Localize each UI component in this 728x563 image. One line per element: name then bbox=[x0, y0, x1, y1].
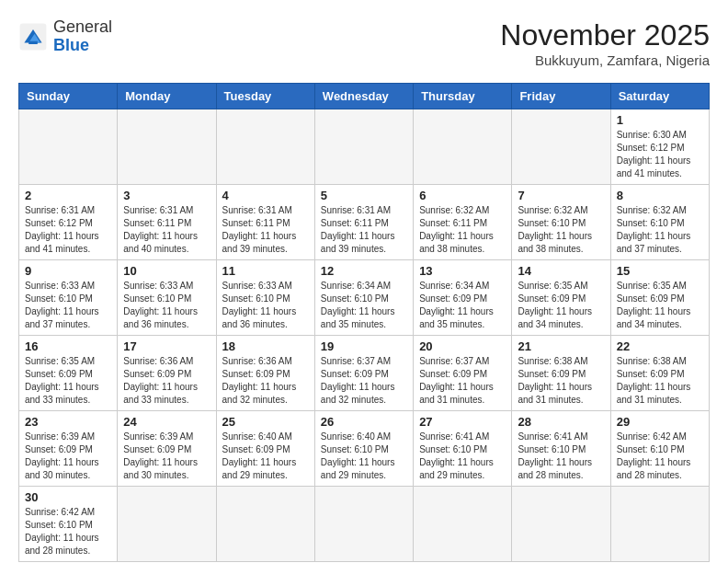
calendar-day: 9Sunrise: 6:33 AM Sunset: 6:10 PM Daylig… bbox=[19, 260, 118, 336]
weekday-header-row: Sunday Monday Tuesday Wednesday Thursday… bbox=[19, 84, 710, 109]
header-thursday: Thursday bbox=[414, 84, 512, 109]
day-info: Sunrise: 6:40 AM Sunset: 6:10 PM Dayligh… bbox=[321, 431, 407, 482]
day-number: 18 bbox=[222, 339, 309, 353]
calendar-day: 5Sunrise: 6:31 AM Sunset: 6:11 PM Daylig… bbox=[314, 185, 413, 260]
calendar-day bbox=[314, 487, 413, 562]
calendar-week-row: 9Sunrise: 6:33 AM Sunset: 6:10 PM Daylig… bbox=[19, 260, 710, 336]
calendar-day: 1Sunrise: 6:30 AM Sunset: 6:12 PM Daylig… bbox=[610, 109, 709, 185]
day-info: Sunrise: 6:30 AM Sunset: 6:12 PM Dayligh… bbox=[617, 129, 703, 180]
calendar-day: 17Sunrise: 6:36 AM Sunset: 6:09 PM Dayli… bbox=[118, 336, 216, 411]
day-number: 26 bbox=[321, 415, 407, 429]
day-info: Sunrise: 6:32 AM Sunset: 6:10 PM Dayligh… bbox=[617, 204, 703, 256]
day-info: Sunrise: 6:31 AM Sunset: 6:11 PM Dayligh… bbox=[123, 204, 210, 256]
calendar-day: 14Sunrise: 6:35 AM Sunset: 6:09 PM Dayli… bbox=[512, 260, 610, 336]
day-number: 11 bbox=[222, 264, 309, 278]
day-number: 2 bbox=[25, 189, 111, 202]
day-number: 12 bbox=[321, 264, 407, 278]
logo-blue: Blue bbox=[53, 36, 89, 54]
calendar-week-row: 30Sunrise: 6:42 AM Sunset: 6:10 PM Dayli… bbox=[19, 487, 710, 562]
header-saturday: Saturday bbox=[610, 84, 709, 109]
calendar-day bbox=[19, 109, 118, 185]
day-info: Sunrise: 6:31 AM Sunset: 6:11 PM Dayligh… bbox=[321, 204, 407, 256]
day-info: Sunrise: 6:36 AM Sunset: 6:09 PM Dayligh… bbox=[123, 355, 210, 407]
calendar-day bbox=[414, 109, 512, 185]
day-info: Sunrise: 6:33 AM Sunset: 6:10 PM Dayligh… bbox=[123, 280, 210, 331]
calendar-week-row: 2Sunrise: 6:31 AM Sunset: 6:12 PM Daylig… bbox=[19, 185, 710, 260]
page-header: General Blue November 2025 Bukkuyum, Zam… bbox=[18, 18, 710, 68]
day-number: 16 bbox=[25, 339, 111, 353]
logo-general: General bbox=[53, 17, 112, 36]
day-number: 14 bbox=[518, 264, 604, 278]
header-friday: Friday bbox=[512, 84, 610, 109]
calendar-day: 26Sunrise: 6:40 AM Sunset: 6:10 PM Dayli… bbox=[314, 411, 413, 487]
header-tuesday: Tuesday bbox=[216, 84, 314, 109]
calendar-day bbox=[314, 109, 413, 185]
calendar-day: 16Sunrise: 6:35 AM Sunset: 6:09 PM Dayli… bbox=[19, 336, 118, 411]
calendar-week-row: 16Sunrise: 6:35 AM Sunset: 6:09 PM Dayli… bbox=[19, 336, 710, 411]
day-info: Sunrise: 6:33 AM Sunset: 6:10 PM Dayligh… bbox=[25, 280, 111, 331]
day-number: 20 bbox=[419, 339, 506, 353]
calendar-day bbox=[512, 487, 610, 562]
svg-rect-3 bbox=[28, 41, 38, 44]
day-number: 28 bbox=[518, 415, 604, 429]
calendar-day: 8Sunrise: 6:32 AM Sunset: 6:10 PM Daylig… bbox=[610, 185, 709, 260]
calendar-day bbox=[216, 487, 314, 562]
calendar-day: 23Sunrise: 6:39 AM Sunset: 6:09 PM Dayli… bbox=[19, 411, 118, 487]
day-info: Sunrise: 6:33 AM Sunset: 6:10 PM Dayligh… bbox=[222, 280, 309, 331]
logo: General Blue bbox=[18, 18, 112, 55]
location: Bukkuyum, Zamfara, Nigeria bbox=[500, 52, 710, 68]
day-info: Sunrise: 6:37 AM Sunset: 6:09 PM Dayligh… bbox=[321, 355, 407, 407]
day-info: Sunrise: 6:40 AM Sunset: 6:09 PM Dayligh… bbox=[222, 431, 309, 482]
calendar-day: 18Sunrise: 6:36 AM Sunset: 6:09 PM Dayli… bbox=[216, 336, 314, 411]
calendar-day: 30Sunrise: 6:42 AM Sunset: 6:10 PM Dayli… bbox=[19, 487, 118, 562]
calendar-day bbox=[118, 109, 216, 185]
calendar-day: 25Sunrise: 6:40 AM Sunset: 6:09 PM Dayli… bbox=[216, 411, 314, 487]
day-info: Sunrise: 6:38 AM Sunset: 6:09 PM Dayligh… bbox=[518, 355, 604, 407]
day-number: 3 bbox=[123, 189, 210, 202]
day-number: 5 bbox=[321, 189, 407, 202]
day-info: Sunrise: 6:39 AM Sunset: 6:09 PM Dayligh… bbox=[123, 431, 210, 482]
day-info: Sunrise: 6:32 AM Sunset: 6:10 PM Dayligh… bbox=[518, 204, 604, 256]
logo-icon bbox=[18, 22, 48, 52]
day-info: Sunrise: 6:31 AM Sunset: 6:12 PM Dayligh… bbox=[25, 204, 111, 256]
day-info: Sunrise: 6:41 AM Sunset: 6:10 PM Dayligh… bbox=[419, 431, 506, 482]
day-info: Sunrise: 6:35 AM Sunset: 6:09 PM Dayligh… bbox=[617, 280, 703, 331]
day-info: Sunrise: 6:37 AM Sunset: 6:09 PM Dayligh… bbox=[419, 355, 506, 407]
calendar-day bbox=[414, 487, 512, 562]
day-number: 7 bbox=[518, 189, 604, 202]
day-info: Sunrise: 6:42 AM Sunset: 6:10 PM Dayligh… bbox=[25, 506, 111, 557]
calendar-day: 7Sunrise: 6:32 AM Sunset: 6:10 PM Daylig… bbox=[512, 185, 610, 260]
calendar-day: 22Sunrise: 6:38 AM Sunset: 6:09 PM Dayli… bbox=[610, 336, 709, 411]
calendar-day bbox=[512, 109, 610, 185]
day-info: Sunrise: 6:38 AM Sunset: 6:09 PM Dayligh… bbox=[617, 355, 703, 407]
day-info: Sunrise: 6:32 AM Sunset: 6:11 PM Dayligh… bbox=[419, 204, 506, 256]
day-info: Sunrise: 6:36 AM Sunset: 6:09 PM Dayligh… bbox=[222, 355, 309, 407]
day-number: 6 bbox=[419, 189, 506, 202]
calendar-week-row: 1Sunrise: 6:30 AM Sunset: 6:12 PM Daylig… bbox=[19, 109, 710, 185]
header-wednesday: Wednesday bbox=[314, 84, 413, 109]
day-info: Sunrise: 6:35 AM Sunset: 6:09 PM Dayligh… bbox=[518, 280, 604, 331]
day-info: Sunrise: 6:41 AM Sunset: 6:10 PM Dayligh… bbox=[518, 431, 604, 482]
calendar-day: 20Sunrise: 6:37 AM Sunset: 6:09 PM Dayli… bbox=[414, 336, 512, 411]
day-number: 15 bbox=[617, 264, 703, 278]
calendar-week-row: 23Sunrise: 6:39 AM Sunset: 6:09 PM Dayli… bbox=[19, 411, 710, 487]
day-number: 22 bbox=[617, 339, 703, 353]
calendar-day bbox=[216, 109, 314, 185]
header-monday: Monday bbox=[118, 84, 216, 109]
day-number: 24 bbox=[123, 415, 210, 429]
day-number: 21 bbox=[518, 339, 604, 353]
day-number: 9 bbox=[25, 264, 111, 278]
calendar-day: 3Sunrise: 6:31 AM Sunset: 6:11 PM Daylig… bbox=[118, 185, 216, 260]
day-number: 23 bbox=[25, 415, 111, 429]
calendar: Sunday Monday Tuesday Wednesday Thursday… bbox=[18, 83, 710, 562]
day-number: 30 bbox=[25, 490, 111, 504]
month-title: November 2025 bbox=[500, 18, 710, 52]
day-number: 8 bbox=[617, 189, 703, 202]
calendar-day: 12Sunrise: 6:34 AM Sunset: 6:10 PM Dayli… bbox=[314, 260, 413, 336]
calendar-day: 24Sunrise: 6:39 AM Sunset: 6:09 PM Dayli… bbox=[118, 411, 216, 487]
title-block: November 2025 Bukkuyum, Zamfara, Nigeria bbox=[500, 18, 710, 68]
day-number: 19 bbox=[321, 339, 407, 353]
calendar-day bbox=[610, 487, 709, 562]
day-number: 29 bbox=[617, 415, 703, 429]
day-info: Sunrise: 6:35 AM Sunset: 6:09 PM Dayligh… bbox=[25, 355, 111, 407]
